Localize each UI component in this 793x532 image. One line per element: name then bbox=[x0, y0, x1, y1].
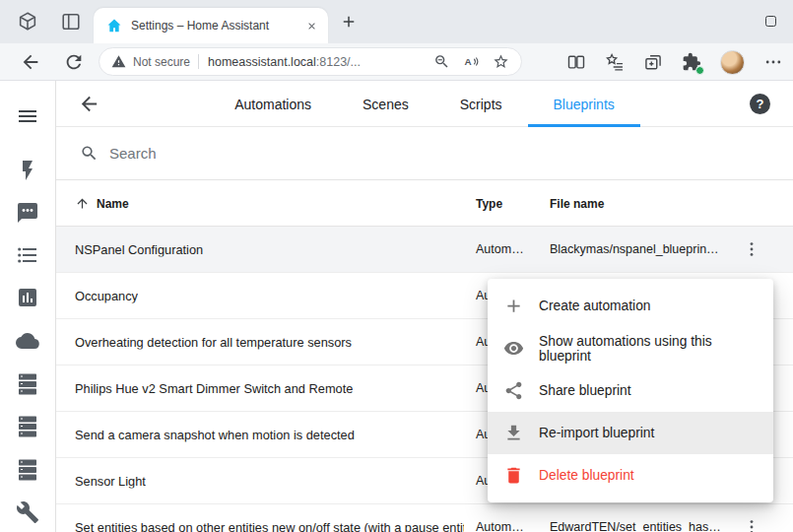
browser-tab[interactable]: Settings – Home Assistant bbox=[94, 8, 328, 43]
sidebar-logbook-icon[interactable] bbox=[16, 243, 39, 267]
menu-item-label: Re-import blueprint bbox=[539, 426, 654, 440]
browser-window: Settings – Home Assistant Not secure hom… bbox=[0, 0, 793, 532]
sidebar-cloud-icon[interactable] bbox=[16, 329, 39, 353]
sidebar-history-icon[interactable] bbox=[16, 286, 39, 309]
column-header-file[interactable]: File name bbox=[550, 197, 604, 211]
row-file: EdwardTEN/set_entities_has… bbox=[550, 520, 721, 532]
url-host: homeassistant.local bbox=[208, 55, 316, 69]
search-input[interactable] bbox=[109, 145, 425, 162]
split-screen-icon[interactable] bbox=[566, 52, 586, 72]
read-aloud-icon[interactable]: A bbox=[463, 53, 480, 70]
row-type: Autom… bbox=[476, 242, 524, 256]
ha-nav-tabs: Automations Scenes Scripts Blueprints bbox=[115, 81, 734, 127]
eye-icon bbox=[503, 338, 524, 359]
sidebar-menu-icon[interactable] bbox=[16, 104, 39, 128]
browser-menu-icon[interactable] bbox=[763, 52, 783, 72]
tab-scenes[interactable]: Scenes bbox=[337, 81, 434, 127]
browser-titlebar: Settings – Home Assistant bbox=[0, 0, 793, 43]
row-name: NSPanel Configuration bbox=[75, 242, 203, 257]
row-name: Philips Hue v2 Smart Dimmer Switch and R… bbox=[75, 381, 353, 396]
tab-label: Blueprints bbox=[554, 97, 615, 112]
column-header-type[interactable]: Type bbox=[476, 197, 502, 211]
download-icon bbox=[503, 423, 524, 443]
sidebar-addon-server-icon-3[interactable] bbox=[16, 458, 39, 482]
sidebar-addon-server-icon-1[interactable] bbox=[16, 372, 39, 396]
sidebar-chat-icon[interactable] bbox=[16, 201, 39, 225]
collections-icon[interactable] bbox=[643, 52, 663, 72]
home-assistant-favicon bbox=[106, 18, 122, 33]
tab-blueprints[interactable]: Blueprints bbox=[528, 81, 640, 127]
browser-toolbar: Not secure homeassistant.local:8123/... … bbox=[0, 43, 793, 81]
menu-item-label: Show automations using this blueprint bbox=[539, 334, 758, 364]
row-type: Autom… bbox=[476, 520, 524, 532]
menu-item-show-automations[interactable]: Show automations using this blueprint bbox=[488, 327, 773, 369]
address-bar[interactable]: Not secure homeassistant.local:8123/... … bbox=[99, 47, 522, 76]
blueprint-context-menu: Create automation Show automations using… bbox=[488, 279, 773, 502]
menu-item-share-blueprint[interactable]: Share blueprint bbox=[488, 369, 773, 412]
tab-scripts[interactable]: Scripts bbox=[434, 81, 528, 127]
menu-item-label: Share blueprint bbox=[539, 383, 631, 398]
tab-label: Scenes bbox=[363, 97, 409, 112]
row-overflow-menu-icon[interactable] bbox=[740, 515, 763, 532]
address-divider bbox=[198, 54, 199, 69]
table-row[interactable]: Set entities based on other entities new… bbox=[56, 504, 793, 532]
tab-close-icon[interactable] bbox=[302, 17, 320, 34]
refresh-icon[interactable] bbox=[63, 51, 85, 73]
tab-automations[interactable]: Automations bbox=[209, 81, 337, 127]
table-header: Name Type File name bbox=[56, 180, 793, 227]
security-status-label[interactable]: Not secure bbox=[133, 55, 190, 69]
menu-item-label: Delete blueprint bbox=[539, 468, 634, 483]
ha-back-icon[interactable] bbox=[78, 93, 100, 115]
sidebar-addon-server-icon-2[interactable] bbox=[16, 415, 39, 438]
sort-ascending-icon bbox=[75, 196, 90, 211]
favorites-icon[interactable] bbox=[605, 52, 625, 72]
share-icon bbox=[503, 380, 524, 401]
browser-back-icon[interactable] bbox=[20, 51, 41, 73]
menu-item-create-automation[interactable]: Create automation bbox=[488, 285, 773, 327]
row-name: Occupancy bbox=[75, 289, 138, 303]
row-file: Blackymas/nspanel_blueprin… bbox=[550, 242, 719, 256]
not-secure-warning-icon bbox=[111, 54, 126, 69]
tab-title: Settings – Home Assistant bbox=[131, 19, 302, 33]
table-row[interactable]: NSPanel Configuration Autom… Blackymas/n… bbox=[56, 227, 793, 273]
menu-item-label: Create automation bbox=[539, 299, 651, 313]
toolbar-right-icons bbox=[566, 43, 783, 81]
ha-header: Automations Scenes Scripts Blueprints ? bbox=[56, 81, 793, 127]
search-bar[interactable] bbox=[56, 127, 793, 180]
row-name: Set entities based on other entities new… bbox=[75, 520, 464, 532]
column-label: Name bbox=[97, 197, 129, 211]
workspaces-icon[interactable] bbox=[17, 11, 38, 33]
new-tab-button[interactable] bbox=[340, 13, 358, 31]
vertical-tabs-icon[interactable] bbox=[60, 11, 82, 33]
url-path: :8123/... bbox=[316, 55, 361, 69]
extensions-icon[interactable] bbox=[682, 52, 701, 72]
row-name: Send a camera snapshot when motion is de… bbox=[75, 428, 355, 442]
row-name: Sensor Light bbox=[75, 474, 146, 489]
plus-icon bbox=[503, 296, 524, 316]
menu-item-delete-blueprint[interactable]: Delete blueprint bbox=[488, 454, 773, 497]
search-icon bbox=[80, 144, 99, 163]
ha-sidebar bbox=[0, 81, 56, 532]
profile-avatar[interactable] bbox=[720, 50, 745, 75]
svg-text:A: A bbox=[464, 56, 471, 67]
column-header-name[interactable]: Name bbox=[75, 180, 129, 227]
trash-icon bbox=[503, 465, 524, 486]
maximize-button[interactable] bbox=[765, 16, 776, 27]
sidebar-energy-icon[interactable] bbox=[16, 159, 39, 182]
status-badge bbox=[695, 66, 704, 75]
favorite-star-icon[interactable] bbox=[493, 53, 509, 70]
row-overflow-menu-icon[interactable] bbox=[740, 237, 763, 261]
row-name: Overheating detection for all temperatur… bbox=[75, 335, 352, 350]
zoom-out-icon[interactable] bbox=[433, 53, 450, 70]
url-text[interactable]: homeassistant.local:8123/... bbox=[208, 55, 361, 69]
tab-label: Automations bbox=[234, 97, 311, 112]
tab-label: Scripts bbox=[460, 97, 502, 112]
sidebar-tools-wrench-icon[interactable] bbox=[16, 500, 39, 524]
help-icon[interactable]: ? bbox=[750, 94, 770, 114]
menu-item-reimport-blueprint[interactable]: Re-import blueprint bbox=[488, 412, 773, 454]
